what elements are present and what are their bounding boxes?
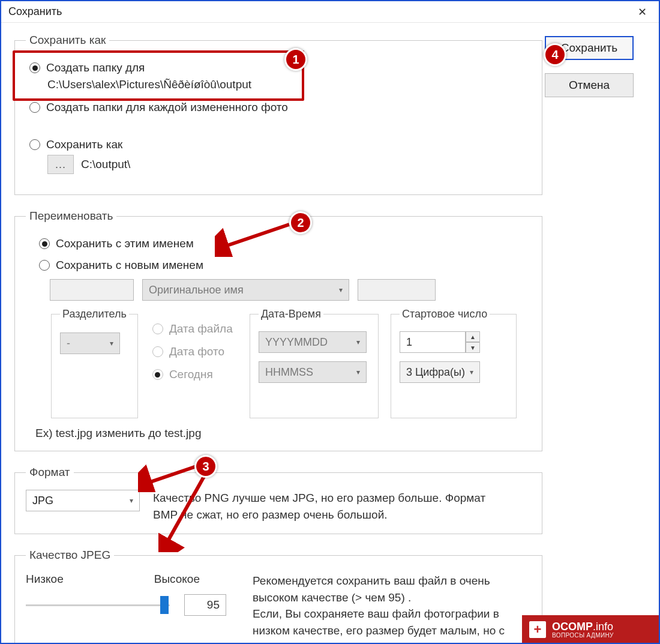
radio-label: Сохранить с этим именем bbox=[56, 237, 194, 250]
group-format: Формат JPG ▾ Качество PNG лучше чем JPG,… bbox=[14, 466, 542, 534]
name-template-dropdown[interactable]: Оригинальное имя ▾ bbox=[142, 279, 349, 301]
radio-icon bbox=[29, 139, 40, 150]
window-title: Сохранить bbox=[8, 5, 62, 18]
radio-label: Сохранить с новым именем bbox=[56, 259, 203, 272]
radio-label: Дата файла bbox=[169, 322, 233, 336]
action-buttons: Сохранить Отмена bbox=[545, 23, 647, 97]
spin-up-icon[interactable]: ▲ bbox=[466, 331, 480, 342]
radio-date-today[interactable]: Сегодня bbox=[152, 368, 239, 381]
cancel-button[interactable]: Отмена bbox=[545, 73, 634, 97]
plus-icon: + bbox=[529, 621, 546, 638]
chevron-down-icon: ▾ bbox=[356, 368, 360, 376]
save-button[interactable]: Сохранить bbox=[545, 36, 634, 60]
chevron-down-icon: ▾ bbox=[130, 496, 133, 505]
quality-low-label: Низкое bbox=[26, 573, 64, 586]
radio-icon bbox=[39, 260, 50, 271]
chevron-down-icon: ▾ bbox=[110, 339, 113, 348]
radio-keep-name[interactable]: Сохранить с этим именем bbox=[39, 237, 531, 250]
slider-thumb[interactable] bbox=[160, 596, 169, 614]
jpeg-note: Рекомендуется сохранить ваш файл в очень… bbox=[253, 573, 517, 644]
radio-save-as-path[interactable]: Сохранить как bbox=[29, 138, 531, 151]
create-folder-path: C:\Users\alex\Pictures\Ñêðèíøîòû\output bbox=[47, 78, 531, 91]
group-datetime-legend: Дата-Время bbox=[259, 308, 323, 320]
group-separator: Разделитель - ▾ bbox=[51, 308, 138, 418]
radio-icon bbox=[152, 369, 163, 380]
digits-dropdown[interactable]: 3 Цифра(ы) ▾ bbox=[400, 361, 480, 383]
radio-label: Сегодня bbox=[169, 368, 213, 381]
radio-date-photo[interactable]: Дата фото bbox=[152, 345, 239, 358]
time-format-dropdown[interactable]: HHMMSS ▾ bbox=[259, 361, 367, 383]
radio-per-photo-folder[interactable]: Создать папки для каждой измененного фот… bbox=[29, 101, 531, 114]
watermark: + OCOMP.info ВОПРОСЫ АДМИНУ bbox=[522, 615, 660, 644]
radio-label: Сохранить как bbox=[46, 138, 122, 151]
chevron-down-icon: ▾ bbox=[339, 286, 343, 294]
group-jpeg-quality: Качество JPEG Низкое Высокое bbox=[14, 549, 542, 644]
start-number-value: 1 bbox=[400, 331, 466, 353]
spin-down-icon[interactable]: ▼ bbox=[466, 342, 480, 353]
prefix-input[interactable] bbox=[50, 279, 134, 301]
rename-example: Ex) test.jpg изменить до test.jpg bbox=[35, 427, 531, 440]
quality-slider[interactable] bbox=[26, 600, 170, 610]
radio-label: Создать папки для каждой измененного фот… bbox=[46, 101, 288, 114]
quality-high-label: Высокое bbox=[154, 573, 200, 586]
group-rename-legend: Переименовать bbox=[26, 209, 116, 223]
radio-date-file[interactable]: Дата файла bbox=[152, 322, 239, 336]
suffix-input[interactable] bbox=[358, 279, 436, 301]
radio-icon bbox=[29, 102, 40, 113]
browse-button[interactable]: ... bbox=[47, 155, 74, 174]
format-note: Качество PNG лучше чем JPG, но его разме… bbox=[153, 490, 489, 523]
radio-icon bbox=[39, 238, 50, 249]
group-start-number-legend: Стартовое число bbox=[400, 308, 490, 320]
start-number-spinner[interactable]: 1 ▲ ▼ bbox=[400, 331, 508, 353]
separator-dropdown[interactable]: - ▾ bbox=[60, 333, 120, 354]
radio-icon bbox=[152, 346, 163, 357]
format-dropdown[interactable]: JPG ▾ bbox=[26, 490, 140, 511]
quality-value[interactable]: 95 bbox=[184, 594, 226, 616]
group-rename: Переименовать Сохранить с этим именем Со… bbox=[14, 209, 542, 451]
chevron-down-icon: ▾ bbox=[356, 338, 360, 346]
group-separator-legend: Разделитель bbox=[60, 308, 129, 320]
group-save-as-legend: Сохранить как bbox=[26, 34, 109, 47]
radio-create-folder[interactable]: Создать папку для bbox=[29, 61, 531, 74]
radio-label: Дата фото bbox=[169, 345, 224, 358]
group-datetime: Дата-Время YYYYMMDD ▾ HHMMSS ▾ bbox=[250, 308, 379, 418]
annotation-highlight-1 bbox=[13, 50, 304, 101]
dialog-window: Сохранить ✕ Сохранить Отмена Сохранить к… bbox=[0, 0, 660, 644]
date-format-dropdown[interactable]: YYYYMMDD ▾ bbox=[259, 331, 367, 353]
radio-icon bbox=[152, 324, 163, 334]
save-as-path: C:\output\ bbox=[81, 158, 130, 171]
close-icon[interactable]: ✕ bbox=[633, 3, 652, 21]
chevron-down-icon: ▾ bbox=[470, 368, 473, 376]
group-format-legend: Формат bbox=[26, 466, 74, 479]
radio-label: Создать папку для bbox=[46, 61, 145, 74]
group-save-as: Сохранить как Создать папку для C:\Users… bbox=[14, 34, 542, 195]
group-jpeg-quality-legend: Качество JPEG bbox=[26, 549, 114, 562]
radio-icon bbox=[29, 62, 40, 73]
radio-new-name[interactable]: Сохранить с новым именем bbox=[39, 259, 531, 272]
titlebar: Сохранить ✕ bbox=[1, 1, 659, 23]
group-start-number: Стартовое число 1 ▲ ▼ 3 Цифра(ы) ▾ bbox=[391, 308, 517, 418]
